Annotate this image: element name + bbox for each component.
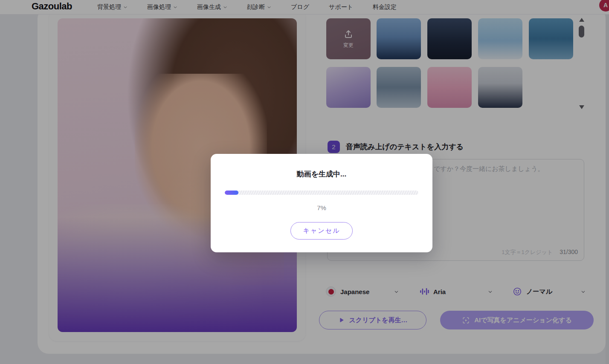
modal-title: 動画を生成中... [225, 169, 418, 179]
progress-bar-track [225, 191, 418, 195]
generation-progress-modal: 動画を生成中... 7% キャンセル [211, 154, 432, 252]
progress-percentage: 7% [225, 204, 418, 211]
cancel-button[interactable]: キャンセル [290, 222, 353, 240]
page: 変更 2 音声読み上げのテキストを入力する ですか？今度一緒にお茶しましょう。 … [0, 0, 609, 364]
progress-fill [225, 191, 238, 195]
